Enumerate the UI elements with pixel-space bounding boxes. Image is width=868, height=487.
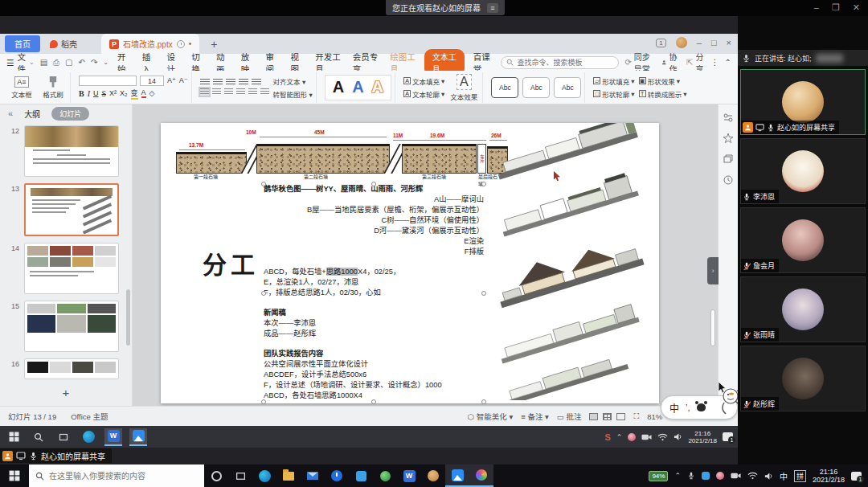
expand-panel-tab[interactable]: ›: [707, 257, 719, 284]
superscript-button[interactable]: X²: [109, 89, 117, 97]
undo-icon[interactable]: ↶: [79, 58, 85, 67]
language-indicator[interactable]: 中: [780, 470, 788, 482]
notes-button[interactable]: ≡ 备注 ▾: [521, 411, 549, 422]
shape-outline-button[interactable]: □形状轮廓 ▾: [593, 89, 634, 99]
wps-close-icon[interactable]: ×: [727, 38, 731, 47]
line-spacing-icon[interactable]: [260, 88, 269, 96]
tray-pink-app-icon[interactable]: [716, 472, 724, 480]
command-search[interactable]: [501, 56, 619, 69]
slide-13[interactable]: 车库 13.7M 10M 45M 11M 19.6M 26M 第一段石墙 第二: [161, 123, 659, 403]
slide-thumbnail-14[interactable]: [24, 243, 119, 294]
text-fill-button[interactable]: A文本填充 ▾: [403, 76, 444, 86]
shared-search-icon[interactable]: [30, 428, 47, 446]
reading-view-icon[interactable]: [616, 413, 625, 420]
collapse-panel-icon[interactable]: «: [8, 108, 13, 118]
tray-wifi-icon[interactable]: [657, 433, 668, 441]
to-diagram-button[interactable]: T转换成图示 ▾: [639, 89, 687, 99]
ime-toolbar[interactable]: 中 ’,: [661, 395, 738, 419]
participant-tile-sharer[interactable]: 赵心如的屏幕共享: [740, 69, 866, 135]
textbox-button[interactable]: A≡ 文本框: [8, 76, 35, 99]
font-grow-icon[interactable]: A⁺: [167, 76, 176, 84]
underline-button[interactable]: U: [93, 89, 99, 97]
battery-indicator[interactable]: 94%: [649, 471, 668, 481]
ime-punctuation[interactable]: ’,: [686, 403, 690, 412]
wordart-gallery[interactable]: A A A: [325, 75, 391, 100]
banner-menu-icon[interactable]: ≡: [487, 3, 498, 13]
align-text-button[interactable]: 对齐文本 ▾: [273, 76, 313, 86]
italic-button[interactable]: I: [88, 89, 90, 98]
wordart-style-2[interactable]: A: [352, 78, 363, 96]
shape-style-2[interactable]: Abc: [522, 77, 550, 98]
ime-mode-chinese[interactable]: 中: [669, 401, 679, 415]
highlight-color-button[interactable]: 变: [131, 88, 138, 100]
canvas-scrollbar[interactable]: [710, 309, 715, 346]
shared-meeting-icon[interactable]: [129, 428, 147, 446]
customize-chevron-icon[interactable]: ⌄: [103, 59, 108, 66]
distribute-icon[interactable]: [248, 88, 257, 96]
division-heading[interactable]: 分工: [203, 245, 259, 280]
text-effect-button[interactable]: A 文本效果: [448, 74, 479, 101]
bullet-list-icon[interactable]: [200, 79, 210, 86]
beautify-icon[interactable]: [723, 133, 733, 143]
shared-wps-icon[interactable]: W: [104, 428, 122, 446]
notification-icon[interactable]: 1: [851, 472, 862, 481]
tab-slides[interactable]: 幻灯片: [51, 107, 89, 121]
slide-thumbnail-15[interactable]: [24, 301, 119, 352]
selection-handle[interactable]: [261, 291, 266, 296]
print-icon[interactable]: ⎙: [53, 58, 59, 68]
shared-notification-icon[interactable]: 1: [723, 432, 733, 441]
selection-handle[interactable]: [481, 182, 486, 186]
screen-share-indicator[interactable]: 赵心如的屏幕共享: [0, 448, 112, 463]
tray-speaker-icon[interactable]: [674, 432, 682, 441]
taskbar-search-input[interactable]: [49, 472, 186, 481]
shape-effect-button[interactable]: ▣形状效果 ▾: [639, 76, 687, 86]
tray-wifi-icon[interactable]: [747, 472, 758, 480]
layers-icon[interactable]: [723, 154, 733, 164]
color-wheel-app-icon[interactable]: [469, 464, 493, 487]
account-avatar[interactable]: [676, 37, 687, 48]
meeting-app-icon[interactable]: [445, 464, 469, 487]
selection-handle[interactable]: [481, 399, 486, 404]
tab-outline[interactable]: 大纲: [24, 108, 40, 120]
tray-pink-app-icon[interactable]: [628, 433, 636, 441]
taskview-icon[interactable]: [228, 464, 252, 487]
tray-chevron-up-icon[interactable]: ⌃: [616, 433, 623, 441]
normal-view-icon[interactable]: [589, 413, 598, 420]
collapse-ribbon-icon[interactable]: ⌃: [725, 58, 731, 67]
add-slide-button[interactable]: +: [0, 383, 132, 403]
tab-close-icon[interactable]: •: [189, 39, 192, 48]
font-name-select[interactable]: [79, 76, 137, 86]
subscript-button[interactable]: X₂: [120, 89, 128, 97]
selection-handle[interactable]: [371, 182, 376, 186]
taskbar-search[interactable]: [29, 464, 204, 487]
more-menu-icon[interactable]: ⋮: [711, 58, 719, 67]
participant-tile[interactable]: 詹会月: [740, 207, 866, 273]
shared-start-button[interactable]: [5, 428, 23, 446]
green-app-icon[interactable]: [373, 464, 397, 487]
clear-format-icon[interactable]: ◇: [149, 89, 155, 97]
cortana-icon[interactable]: [204, 464, 228, 487]
taskbar-clock[interactable]: 21:16 2021/2/18: [813, 468, 845, 484]
selection-handle[interactable]: [261, 399, 266, 404]
text-outline-button[interactable]: A文本轮廓 ▾: [403, 89, 444, 99]
chat-app-icon[interactable]: [349, 464, 373, 487]
number-list-icon[interactable]: [213, 79, 223, 86]
tray-mic-icon[interactable]: [687, 472, 695, 480]
minimize-icon[interactable]: –: [814, 2, 819, 13]
fit-slide-icon[interactable]: ⛶: [633, 411, 639, 421]
slide-textbox[interactable]: 鹊华秋色图——树YY、屋雨晴、山雨雨、河彤辉 A山——摩诃山 B屋——当地民居要…: [264, 184, 484, 403]
selection-handle[interactable]: [261, 182, 266, 186]
doc-count-badge[interactable]: 1: [656, 39, 665, 47]
clock-app-icon[interactable]: [325, 464, 349, 487]
maximize-icon[interactable]: ❐: [832, 2, 840, 13]
font-size-select[interactable]: 14: [140, 76, 164, 86]
new-tab-button[interactable]: +: [211, 38, 217, 51]
theme-name[interactable]: Office 主题: [71, 411, 108, 422]
history-clock-icon[interactable]: [177, 40, 185, 48]
align-center-icon[interactable]: [212, 88, 221, 96]
stone-wall-drawing[interactable]: 车库 13.7M 10M 45M 11M 19.6M 26M 第一段石墙 第二: [171, 127, 500, 180]
bold-button[interactable]: B: [79, 89, 84, 98]
comments-button[interactable]: ▭ 批注: [557, 411, 582, 422]
format-painter-button[interactable]: 格式刷: [39, 76, 67, 99]
shared-clock[interactable]: 21:16 2021/2/18: [688, 430, 717, 444]
